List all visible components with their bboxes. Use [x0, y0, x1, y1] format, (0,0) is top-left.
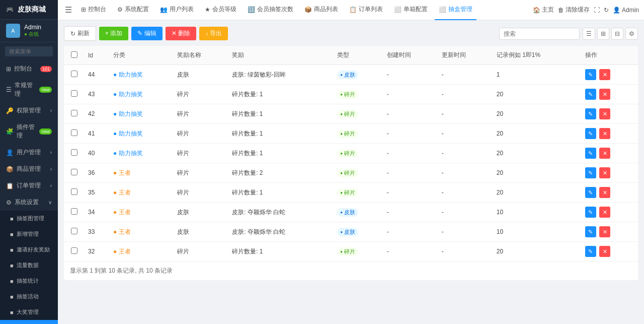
edit-button[interactable]: ✎ 编辑: [131, 27, 162, 40]
sidebar-search-input[interactable]: [5, 46, 53, 56]
row-edit-button[interactable]: ✎: [585, 207, 596, 218]
content-area: ↻ 刷新 + 添加 ✎ 编辑 ✕ 删除 ↓ 导出 ☰ ⊞ ⊟ ⚙: [58, 20, 644, 324]
topnav-single-draw-icon: ⬜: [394, 6, 401, 13]
recommend-icon: ■: [10, 247, 14, 253]
row-delete-button[interactable]: ✕: [599, 128, 610, 139]
row-delete-button[interactable]: ✕: [599, 246, 610, 257]
row-delete-button[interactable]: ✕: [599, 69, 610, 80]
type-badge: 皮肤: [337, 228, 358, 236]
row-category: ● 王者: [109, 203, 173, 222]
topnav-user-list[interactable]: 👥 用户列表: [156, 0, 198, 20]
sidebar-item-draw-config[interactable]: ■ 抽签图管理: [0, 211, 58, 226]
topnav-home[interactable]: 🏠 主页: [533, 6, 554, 14]
topnav-product[interactable]: 📦 商品列表: [300, 0, 342, 20]
row-checkbox[interactable]: [71, 228, 77, 234]
topnav-system-config[interactable]: ⚙ 系统配置: [113, 0, 153, 20]
sidebar-item-big-award[interactable]: ■ 大奖管理: [0, 304, 58, 320]
sidebar-item-label: 流量数据: [17, 262, 39, 269]
row-delete-button[interactable]: ✕: [599, 207, 610, 218]
topnav-order[interactable]: 📋 订单列表: [345, 0, 387, 20]
settings-button[interactable]: ⚙: [625, 28, 638, 40]
row-updated: -: [438, 85, 493, 104]
row-edit-button[interactable]: ✎: [585, 69, 596, 80]
category-tag[interactable]: ● 王者: [113, 248, 131, 255]
row-checkbox[interactable]: [71, 129, 77, 136]
topnav-single-draw[interactable]: ⬜ 单箱配置: [390, 0, 432, 20]
list-view-button[interactable]: ☰: [583, 28, 595, 40]
sidebar-item-order[interactable]: 📋 订单管理 ›: [0, 177, 58, 194]
topnav-membership-count[interactable]: 🔢 会员抽签次数: [244, 0, 297, 20]
sidebar-item-lottery[interactable]: ■ 抽签活动: [0, 289, 58, 304]
category-tag[interactable]: ● 王者: [113, 169, 131, 176]
row-checkbox[interactable]: [71, 169, 77, 175]
sidebar-item-user[interactable]: 👤 用户管理 ›: [0, 144, 58, 161]
row-updated: -: [438, 144, 493, 163]
category-tag[interactable]: ● 助力抽奖: [113, 71, 143, 78]
row-delete-button[interactable]: ✕: [599, 108, 610, 119]
row-edit-button[interactable]: ✎: [585, 108, 596, 119]
sidebar-item-draw-stats[interactable]: ■ 抽签统计: [0, 273, 58, 289]
add-button[interactable]: + 添加: [99, 27, 128, 40]
topnav-refresh[interactable]: ↻: [604, 7, 609, 14]
hamburger-icon[interactable]: ☰: [63, 3, 74, 17]
row-delete-button[interactable]: ✕: [599, 148, 610, 159]
row-edit-button[interactable]: ✎: [585, 89, 596, 100]
select-all-checkbox[interactable]: [71, 51, 77, 58]
delete-button[interactable]: ✕ 删除: [166, 27, 196, 40]
sidebar-item-recommend[interactable]: ■ 邀请好友奖励: [0, 242, 58, 257]
row-checkbox[interactable]: [71, 110, 77, 116]
row-checkbox[interactable]: [71, 247, 77, 254]
sidebar-item-product[interactable]: 📦 商品管理 ›: [0, 161, 58, 177]
row-delete-button[interactable]: ✕: [599, 89, 610, 100]
row-checkbox[interactable]: [71, 149, 77, 156]
row-edit-button[interactable]: ✎: [585, 187, 596, 198]
topnav-dashboard[interactable]: ⊞ 控制台: [77, 0, 110, 20]
topnav-right: 🏠 主页 🗑 清除缓存 ⛶ ↻ 👤 Admin: [533, 6, 639, 14]
search-input[interactable]: [499, 28, 580, 40]
cache-icon: 🗑: [558, 7, 564, 14]
sidebar-item-add-mgmt[interactable]: ■ 新增管理: [0, 226, 58, 242]
sidebar-item-flow[interactable]: ■ 流量数据: [0, 257, 58, 273]
grid-view-button[interactable]: ⊞: [597, 28, 609, 40]
row-delete-button[interactable]: ✕: [599, 226, 610, 237]
category-tag[interactable]: ● 助力抽奖: [113, 110, 143, 117]
sidebar-item-label: 邀请好友奖励: [17, 246, 50, 253]
sidebar-item-label: 权限管理: [17, 106, 41, 115]
sidebar-item-dashboard[interactable]: ⊞ 控制台 101: [0, 60, 58, 77]
row-checkbox[interactable]: [71, 188, 77, 195]
row-edit-button[interactable]: ✎: [585, 246, 596, 257]
category-tag[interactable]: ● 王者: [113, 209, 131, 216]
row-checkbox[interactable]: [71, 71, 77, 77]
sidebar-item-permission[interactable]: 🔑 权限管理 ›: [0, 102, 58, 119]
topnav-admin[interactable]: 👤 Admin: [613, 7, 639, 14]
row-checkbox[interactable]: [71, 90, 77, 97]
row-reward-name: 碎片: [173, 144, 228, 163]
category-tag[interactable]: ● 助力抽奖: [113, 130, 143, 137]
sidebar-item-plugin[interactable]: 🧩 插件管理 new: [0, 119, 58, 144]
row-checkbox-cell: [64, 183, 84, 203]
row-id: 35: [84, 183, 109, 203]
category-tag[interactable]: ● 助力抽奖: [113, 150, 143, 157]
topnav-draw-mgmt[interactable]: ⬜ 抽盒管理: [435, 0, 476, 20]
refresh-button[interactable]: ↻ 刷新: [64, 26, 96, 41]
category-tag[interactable]: ● 王者: [113, 189, 131, 196]
row-edit-button[interactable]: ✎: [585, 167, 596, 178]
row-delete-button[interactable]: ✕: [599, 187, 610, 198]
sidebar-item-system[interactable]: ⚙ 系统设置 ∨: [0, 194, 58, 211]
export-button[interactable]: ↓ 导出: [199, 27, 228, 40]
filter-button[interactable]: ⊟: [611, 28, 623, 40]
row-edit-button[interactable]: ✎: [585, 128, 596, 139]
sidebar-item-normal-mgmt[interactable]: ☰ 常规管理 new: [0, 77, 58, 102]
row-delete-button[interactable]: ✕: [599, 167, 610, 178]
topnav-membership[interactable]: ★ 会员等级: [201, 0, 240, 20]
header-updated: 更新时间: [438, 46, 493, 65]
row-edit-button[interactable]: ✎: [585, 148, 596, 159]
sidebar-item-draw-mgmt[interactable]: ■ 抽盒管理: [0, 320, 58, 324]
category-tag[interactable]: ● 助力抽奖: [113, 91, 143, 98]
row-edit-button[interactable]: ✎: [585, 226, 596, 237]
row-checkbox-cell: [64, 222, 84, 242]
row-checkbox[interactable]: [71, 208, 77, 215]
category-tag[interactable]: ● 王者: [113, 228, 131, 235]
topnav-clear-cache[interactable]: 🗑 清除缓存: [558, 6, 590, 14]
topnav-fullscreen[interactable]: ⛶: [594, 7, 600, 14]
